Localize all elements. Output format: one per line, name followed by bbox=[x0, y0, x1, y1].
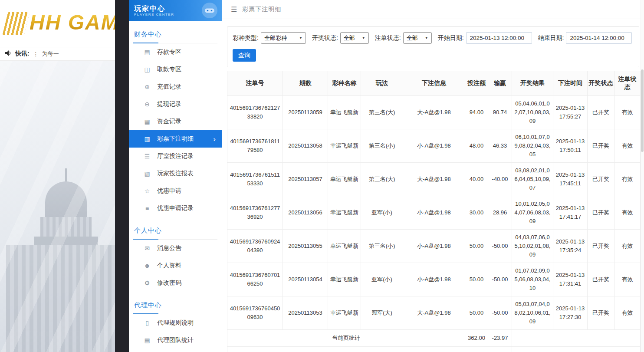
start-date-input[interactable] bbox=[466, 32, 532, 44]
table-cell: 50.00 bbox=[465, 296, 488, 330]
sidebar-item-player-bet-report[interactable]: ▧玩家投注报表 bbox=[129, 165, 222, 182]
table-cell: 01,07,02,09,05,06,08,03,04,10 bbox=[512, 263, 553, 296]
table-cell: 有效 bbox=[614, 96, 641, 129]
table-cell: 幸运飞艇新 bbox=[328, 129, 361, 163]
scrollbar[interactable] bbox=[641, 0, 644, 352]
filter-start-date: 开始日期: bbox=[438, 32, 532, 44]
table-row: 40156917367607016625020250113054幸运飞艇新亚军(… bbox=[227, 263, 641, 296]
table-row: 40156917367615115333020250113057幸运飞艇新第三名… bbox=[227, 163, 641, 196]
filter-draw-status: 开奖状态: 全部 ▼ bbox=[312, 32, 369, 44]
column-header: 注单状态 bbox=[614, 71, 641, 96]
summary-empty bbox=[512, 330, 641, 347]
summary-bet-total: 362.00 bbox=[465, 347, 488, 352]
table-cell: 401569173676092404390 bbox=[227, 230, 283, 263]
table-cell: 大-A盘@1.98 bbox=[403, 163, 465, 196]
sidebar-item-promo-apply-record[interactable]: ≡优惠申请记录 bbox=[129, 200, 222, 217]
column-header: 彩种名称 bbox=[328, 71, 361, 96]
sidebar-item-label: 优惠申请 bbox=[157, 187, 181, 195]
player-center-sidebar: 玩家中心 PLAYERS CENTER 财务中心▤存款专区◫取款专区⊕充值记录⊖… bbox=[129, 0, 222, 352]
table-cell: 20250113056 bbox=[283, 196, 328, 230]
table-cell: 20250113054 bbox=[283, 263, 328, 296]
table-cell: 04,03,07,06,05,10,02,01,08,09 bbox=[512, 230, 553, 263]
funds-record-icon: ▦ bbox=[144, 118, 151, 125]
table-cell: 幸运飞艇新 bbox=[328, 196, 361, 230]
table-row: 40156917367612773692020250113056幸运飞艇新亚军(… bbox=[227, 196, 641, 230]
sidebar-item-label: 彩票下注明细 bbox=[157, 135, 194, 143]
sidebar-subtitle: PLAYERS CENTER bbox=[134, 13, 174, 16]
sidebar-item-recharge-record[interactable]: ⊕充值记录 bbox=[129, 78, 222, 95]
sidebar-title: 玩家中心 bbox=[134, 5, 174, 13]
table-cell: 20250113057 bbox=[283, 163, 328, 196]
table-cell: 2025-01-13 17:45:11 bbox=[553, 163, 588, 196]
table-header-row: 注单号期数彩种名称玩法下注信息投注额输赢开奖结果下注时间开奖状态注单状态 bbox=[227, 71, 641, 96]
change-password-gear-icon: ⚙ bbox=[144, 280, 151, 286]
sidebar-item-promo-apply[interactable]: ☆优惠申请 bbox=[129, 182, 222, 200]
sidebar-item-label: 玩家投注报表 bbox=[157, 170, 194, 178]
gamepad-icon bbox=[202, 3, 217, 18]
table-cell: 46.33 bbox=[488, 129, 512, 163]
table-cell: 94.00 bbox=[465, 96, 488, 129]
sidebar-item-agent-rules-doc[interactable]: ▯代理规则说明 bbox=[129, 314, 222, 332]
sidebar-item-profile[interactable]: ☻个人资料 bbox=[129, 257, 222, 274]
sidebar-item-withdraw[interactable]: ◫取款专区 bbox=[129, 61, 222, 78]
order-status-select[interactable]: 全部 ▼ bbox=[403, 32, 432, 44]
profile-icon: ☻ bbox=[144, 262, 151, 269]
page-title: 彩票下注明细 bbox=[242, 6, 281, 13]
column-header: 开奖状态 bbox=[588, 71, 614, 96]
table-cell: 50.00 bbox=[465, 263, 488, 296]
end-date-input[interactable] bbox=[566, 32, 632, 44]
summary-empty bbox=[512, 347, 641, 352]
lottery-type-select[interactable]: 全部彩种 ▼ bbox=[261, 32, 306, 44]
table-row: 40156917367621273382020250113059幸运飞艇新第三名… bbox=[227, 96, 641, 129]
table-cell: 已开奖 bbox=[588, 296, 614, 330]
draw-status-select[interactable]: 全部 ▼ bbox=[340, 32, 369, 44]
filter-order-status: 注单状态: 全部 ▼ bbox=[375, 32, 432, 44]
withdrawal-record-icon: ⊖ bbox=[144, 101, 151, 108]
table-cell: 冠军(大) bbox=[361, 296, 403, 330]
column-header: 期数 bbox=[283, 71, 328, 96]
table-cell: 30.00 bbox=[465, 196, 488, 230]
scrollbar-thumb[interactable] bbox=[641, 69, 644, 152]
sidebar-item-deposit[interactable]: ▤存款专区 bbox=[129, 43, 222, 61]
table-row: 40156917367604500963020250113053幸运飞艇新冠军(… bbox=[227, 296, 641, 330]
table-cell: 第三名(大) bbox=[361, 163, 403, 196]
sidebar-section-title: 代理中心 bbox=[133, 297, 217, 314]
sidebar-item-label: 充值记录 bbox=[157, 83, 181, 91]
table-cell: 幸运飞艇新 bbox=[328, 230, 361, 263]
sidebar-item-label: 提现记录 bbox=[157, 100, 181, 108]
table-cell: -50.00 bbox=[488, 230, 512, 263]
summary-bet-total: 362.00 bbox=[465, 330, 488, 347]
announcement-bell-icon: ✉ bbox=[144, 245, 151, 252]
table-cell: 已开奖 bbox=[588, 96, 614, 129]
sidebar-item-announcement-bell[interactable]: ✉消息公告 bbox=[129, 240, 222, 257]
table-cell: 2025-01-13 17:41:17 bbox=[553, 196, 588, 230]
hamburger-menu-icon[interactable]: ☰ bbox=[231, 5, 237, 13]
table-cell: 2025-01-13 17:55:27 bbox=[553, 96, 588, 129]
table-cell: -40.00 bbox=[488, 163, 512, 196]
sidebar-item-funds-record[interactable]: ▦资金记录 bbox=[129, 113, 222, 130]
query-button[interactable]: 查询 bbox=[233, 49, 256, 62]
sidebar-item-change-password-gear[interactable]: ⚙修改密码 bbox=[129, 274, 222, 292]
chevron-right-icon: › bbox=[213, 135, 216, 143]
agent-team-stats-icon: ▤ bbox=[144, 337, 151, 344]
table-cell: -50.00 bbox=[488, 296, 512, 330]
sidebar-item-hall-bet-record[interactable]: ☰厅室投注记录 bbox=[129, 148, 222, 165]
table-cell: 20250113055 bbox=[283, 230, 328, 263]
table-cell: 401569173676070166250 bbox=[227, 263, 283, 296]
sidebar-item-lottery-bet-detail[interactable]: ▥彩票下注明细› bbox=[129, 130, 222, 148]
filter-lottery-type: 彩种类型: 全部彩种 ▼ bbox=[233, 32, 306, 44]
sidebar-item-withdrawal-record[interactable]: ⊖提现记录 bbox=[129, 95, 222, 113]
table-cell: 2025-01-13 17:31:41 bbox=[553, 263, 588, 296]
chevron-down-icon: ▼ bbox=[299, 36, 302, 40]
ticker-text: 为每一 bbox=[42, 50, 59, 58]
table-cell: 401569173676127736920 bbox=[227, 196, 283, 230]
table-cell: 10,01,02,05,04,07,06,08,03,09 bbox=[512, 196, 553, 230]
sidebar-item-agent-team-stats[interactable]: ▤代理团队统计 bbox=[129, 332, 222, 349]
chevron-down-icon: ▼ bbox=[362, 36, 365, 40]
hall-bet-record-icon: ☰ bbox=[144, 153, 151, 160]
filter-panel: 彩种类型: 全部彩种 ▼ 开奖状态: 全部 ▼ 注单状态: 全部 ▼ bbox=[227, 26, 639, 67]
table-cell: 大-A盘@1.98 bbox=[403, 96, 465, 129]
column-header: 投注额 bbox=[465, 71, 488, 96]
column-header: 下注时间 bbox=[553, 71, 588, 96]
table-cell: 2025-01-13 17:50:11 bbox=[553, 129, 588, 163]
